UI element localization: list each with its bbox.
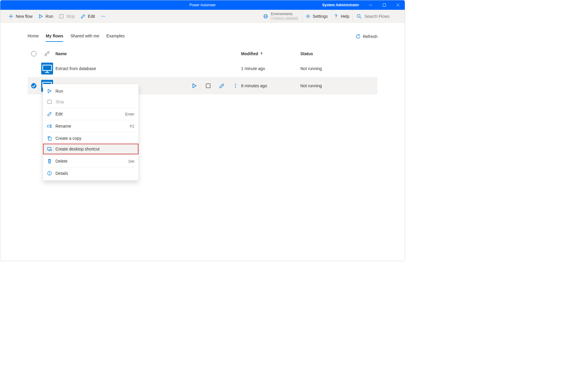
ctx-create-desktop-shortcut[interactable]: Create desktop shortcut bbox=[43, 144, 138, 154]
user-name[interactable]: System Administrator bbox=[318, 3, 364, 7]
svg-rect-19 bbox=[48, 52, 49, 53]
flow-modified: 8 minutes ago bbox=[241, 83, 300, 88]
svg-point-45 bbox=[49, 172, 50, 173]
kbd-hint: Del bbox=[128, 159, 134, 164]
refresh-icon bbox=[356, 34, 361, 39]
settings-label: Settings bbox=[313, 14, 328, 19]
play-icon bbox=[39, 14, 43, 19]
ctx-create-copy[interactable]: Create a copy bbox=[43, 133, 138, 144]
environment-picker[interactable]: Environments Contoso (default) bbox=[259, 10, 303, 23]
desktop-shortcut-icon bbox=[47, 147, 52, 151]
command-bar: New flow Run Stop Edit Environments Cont… bbox=[0, 10, 405, 23]
ctx-run[interactable]: Run bbox=[43, 86, 138, 96]
row-selected-check-icon[interactable] bbox=[31, 83, 36, 88]
select-all[interactable] bbox=[28, 51, 40, 56]
svg-rect-18 bbox=[45, 54, 47, 56]
svg-marker-6 bbox=[39, 15, 42, 18]
tab-my-flows[interactable]: My flows bbox=[46, 31, 63, 42]
globe-icon bbox=[263, 14, 268, 19]
desktop-flow-icon bbox=[41, 63, 53, 74]
pencil-icon bbox=[81, 14, 85, 19]
svg-point-31 bbox=[235, 87, 236, 88]
svg-rect-21 bbox=[43, 65, 52, 70]
ctx-delete[interactable]: Delete Del bbox=[43, 156, 138, 166]
svg-rect-7 bbox=[60, 15, 63, 18]
plus-icon bbox=[9, 14, 13, 19]
type-column-icon bbox=[40, 51, 54, 56]
svg-point-15 bbox=[336, 18, 336, 18]
tab-shared[interactable]: Shared with me bbox=[70, 31, 99, 42]
kbd-hint: Enter bbox=[125, 112, 134, 116]
new-flow-label: New flow bbox=[16, 14, 33, 19]
help-label: Help bbox=[341, 14, 349, 19]
kbd-hint: F2 bbox=[130, 124, 134, 129]
maximize-button[interactable] bbox=[377, 0, 391, 10]
copy-icon bbox=[47, 136, 52, 141]
environments-label: Environments bbox=[271, 12, 298, 16]
svg-point-14 bbox=[307, 15, 309, 17]
minimize-button[interactable] bbox=[364, 0, 377, 10]
status-column-header[interactable]: Status bbox=[300, 51, 377, 56]
tab-bar: Home My flows Shared with me Examples Re… bbox=[28, 31, 377, 42]
edit-button[interactable]: Edit bbox=[78, 10, 98, 23]
svg-marker-27 bbox=[193, 84, 196, 88]
ctx-details[interactable]: Details bbox=[43, 168, 138, 179]
svg-point-29 bbox=[235, 84, 236, 85]
tab-home[interactable]: Home bbox=[28, 31, 39, 42]
svg-rect-39 bbox=[47, 148, 51, 150]
flow-status: Not running bbox=[300, 66, 377, 71]
run-button[interactable]: Run bbox=[36, 10, 56, 23]
row-edit-icon[interactable] bbox=[219, 83, 224, 88]
search-box[interactable] bbox=[353, 14, 401, 19]
ctx-edit[interactable]: Edit Enter bbox=[43, 109, 138, 119]
flow-status: Not running bbox=[300, 83, 377, 88]
ctx-rename[interactable]: Rename F2 bbox=[43, 121, 138, 131]
row-run-icon[interactable] bbox=[192, 83, 197, 88]
search-input[interactable] bbox=[364, 14, 397, 19]
edit-label: Edit bbox=[88, 14, 95, 19]
svg-point-9 bbox=[103, 16, 103, 16]
svg-line-17 bbox=[360, 17, 361, 18]
help-button[interactable]: Help bbox=[331, 10, 353, 23]
more-button[interactable] bbox=[98, 10, 109, 23]
svg-rect-1 bbox=[383, 4, 386, 7]
svg-rect-28 bbox=[206, 84, 210, 88]
ellipsis-icon bbox=[101, 14, 106, 19]
sort-asc-icon bbox=[260, 52, 263, 55]
name-column-header[interactable]: Name bbox=[54, 51, 241, 56]
svg-point-10 bbox=[104, 16, 105, 16]
gear-icon bbox=[306, 14, 310, 19]
tab-examples[interactable]: Examples bbox=[106, 31, 125, 42]
flow-name[interactable]: Extract from database bbox=[54, 66, 241, 71]
flow-modified: 1 minute ago bbox=[241, 66, 300, 71]
context-menu: Run Stop Edit Enter Rename F2 Create a c… bbox=[43, 84, 138, 180]
svg-rect-38 bbox=[49, 137, 51, 140]
app-title: Power Automate bbox=[189, 3, 216, 7]
pencil-icon bbox=[47, 112, 52, 116]
question-icon bbox=[334, 14, 338, 19]
titlebar: Power Automate System Administrator bbox=[0, 0, 405, 10]
stop-icon bbox=[59, 14, 64, 19]
stop-button: Stop bbox=[56, 10, 78, 23]
new-flow-button[interactable]: New flow bbox=[6, 10, 36, 23]
stop-label: Stop bbox=[66, 14, 75, 19]
table-header: Name Modified Status bbox=[28, 47, 377, 60]
ctx-stop: Stop bbox=[43, 96, 138, 107]
table-row[interactable]: Extract from database 1 minute ago Not r… bbox=[28, 60, 377, 77]
modified-column-header[interactable]: Modified bbox=[241, 51, 300, 56]
svg-point-8 bbox=[101, 16, 102, 16]
play-icon bbox=[47, 89, 52, 93]
environments-value: Contoso (default) bbox=[271, 16, 298, 20]
svg-point-16 bbox=[357, 14, 360, 17]
run-label: Run bbox=[46, 14, 53, 19]
row-more-icon[interactable] bbox=[233, 83, 238, 88]
rename-icon bbox=[47, 124, 52, 129]
svg-point-30 bbox=[235, 85, 236, 86]
stop-icon bbox=[47, 99, 52, 104]
trash-icon bbox=[47, 159, 52, 164]
svg-rect-33 bbox=[48, 100, 51, 104]
refresh-button[interactable]: Refresh bbox=[356, 34, 377, 39]
settings-button[interactable]: Settings bbox=[303, 10, 331, 23]
close-button[interactable] bbox=[391, 0, 405, 10]
svg-rect-34 bbox=[47, 125, 50, 127]
